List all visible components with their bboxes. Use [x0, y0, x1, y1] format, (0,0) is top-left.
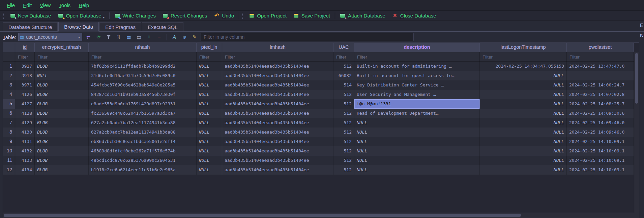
cell-nthash[interactable]: e8ade553d9b0cb1769f429d897c92931: [89, 99, 197, 109]
cell-id[interactable]: 4130: [15, 128, 35, 137]
cell-lmhash[interactable]: aad3b435b51404eeaad3b435b51404ee: [222, 90, 333, 99]
cell-lmhash[interactable]: aad3b435b51404eeaad3b435b51404ee: [222, 109, 333, 118]
row-number[interactable]: 10: [3, 146, 15, 156]
cell-nthash[interactable]: 7bf62b9c45112ffdadb7b6b4b9299dd2: [89, 62, 197, 71]
cell-UAC[interactable]: 512: [333, 137, 354, 146]
font-icon[interactable]: A: [170, 33, 178, 41]
cell-nthash[interactable]: 627a2cb0adc7ba12ea11174941b3da88: [89, 128, 197, 137]
dock-edge-label-top[interactable]: E: [640, 22, 643, 28]
cell-id[interactable]: 4133: [15, 156, 35, 165]
cell-lmhash[interactable]: aad3b435b51404eeaad3b435b51404ee: [222, 156, 333, 165]
cell-UAC[interactable]: 512: [333, 165, 354, 175]
cell-encrypted_nthash[interactable]: BLOB: [35, 137, 89, 146]
cell-description[interactable]: Head of Development Department…: [354, 109, 480, 118]
cell-lastLogonTimestamp[interactable]: NULL: [480, 156, 567, 165]
cell-lastLogonTimestamp[interactable]: NULL: [480, 118, 567, 128]
tab-edit-pragmas[interactable]: Edit Pragmas: [99, 22, 141, 31]
cell-pted_ln[interactable]: NULL: [197, 128, 222, 137]
filter-input-id[interactable]: [15, 52, 34, 62]
cell-description[interactable]: NULL: [354, 165, 480, 175]
cell-pted_ln[interactable]: NULL: [197, 90, 222, 99]
cell-lastLogonTimestamp[interactable]: NULL: [480, 146, 567, 156]
delete-record-icon[interactable]: −: [155, 33, 163, 41]
cell-id[interactable]: 3917: [15, 62, 35, 71]
dock-edge-label-bottom[interactable]: N: [640, 32, 644, 38]
cell-UAC[interactable]: 512: [333, 156, 354, 165]
cell-lmhash[interactable]: aad3b435b51404eeaad3b435b51404ee: [222, 128, 333, 137]
cell-nthash[interactable]: 84287cd16341b91eb93a58456b73e30f: [89, 90, 197, 99]
cell-pwdlastset[interactable]: 2024-02-25 13:47:47.0: [567, 62, 634, 71]
cell-lmhash[interactable]: aad3b435b51404eeaad3b435b51404ee: [222, 137, 333, 146]
cell-lmhash[interactable]: aad3b435b51404eeaad3b435b51404ee: [222, 118, 333, 128]
row-number[interactable]: 9: [3, 137, 15, 146]
filter-input-pwdlastset[interactable]: [567, 52, 634, 62]
cell-encrypted_nthash[interactable]: BLOB: [35, 80, 89, 90]
tab-database-structure[interactable]: Database Structure: [3, 22, 58, 31]
cell-description[interactable]: NULL: [354, 118, 480, 128]
cell-encrypted_nthash[interactable]: BLOB: [35, 146, 89, 156]
cell-encrypted_nthash[interactable]: NULL: [35, 71, 89, 80]
row-number[interactable]: 3: [3, 80, 15, 90]
cell-lmhash[interactable]: aad3b435b51404eeaad3b435b51404ee: [222, 146, 333, 156]
column-header-encrypted_nthash[interactable]: encrypted_nthash: [35, 43, 89, 52]
cell-UAC[interactable]: 512: [333, 90, 354, 99]
cell-UAC[interactable]: 512: [333, 118, 354, 128]
cell-pted_ln[interactable]: NULL: [197, 62, 222, 71]
column-header-description[interactable]: description: [354, 43, 480, 52]
filter-icon[interactable]: [105, 33, 113, 41]
cell-lmhash[interactable]: aad3b435b51404eeaad3b435b51404ee: [222, 99, 333, 109]
close-database-button[interactable]: × Close Database: [389, 11, 440, 21]
cell-pted_ln[interactable]: NULL: [197, 99, 222, 109]
global-filter-input[interactable]: [201, 33, 414, 41]
cell-id[interactable]: 3918: [15, 71, 35, 80]
row-number[interactable]: 8: [3, 128, 15, 137]
cell-description[interactable]: NULL: [354, 146, 480, 156]
cell-nthash[interactable]: 627a2cb0adc7ba12ea11174941b3da88: [89, 118, 197, 128]
cell-id[interactable]: 4134: [15, 165, 35, 175]
column-header-id[interactable]: id: [15, 43, 35, 52]
filter-input-UAC[interactable]: [333, 52, 354, 62]
print-icon[interactable]: ▤: [135, 33, 143, 41]
encoding-icon[interactable]: ⊕: [180, 33, 188, 41]
vertical-scrollbar-thumb[interactable]: [635, 53, 638, 104]
cell-pted_ln[interactable]: NULL: [197, 118, 222, 128]
menu-tools[interactable]: Tools: [55, 1, 74, 9]
cell-encrypted_nthash[interactable]: BLOB: [35, 99, 89, 109]
menu-view[interactable]: View: [36, 1, 54, 9]
cell-encrypted_nthash[interactable]: BLOB: [35, 156, 89, 165]
cell-nthash[interactable]: 48bcd1cdc870c6285376a990c2604531: [89, 156, 197, 165]
cell-UAC[interactable]: 66082: [333, 71, 354, 80]
cell-UAC[interactable]: 512: [333, 109, 354, 118]
cell-lastLogonTimestamp[interactable]: NULL: [480, 128, 567, 137]
cell-pwdlastset[interactable]: 2024-02-25 14:10:09.1: [567, 146, 634, 156]
horizontal-scrollbar-thumb[interactable]: [4, 214, 521, 217]
filter-input-lastLogonTimestamp[interactable]: [480, 52, 566, 62]
cell-pwdlastset[interactable]: 2024-02-25 14:08:25.7: [567, 99, 634, 109]
cell-pted_ln[interactable]: NULL: [197, 137, 222, 146]
row-number[interactable]: 2: [3, 71, 15, 80]
add-record-icon[interactable]: +: [145, 33, 153, 41]
edit-display-icon[interactable]: ✎: [191, 33, 199, 41]
cell-lastLogonTimestamp[interactable]: NULL: [480, 71, 567, 80]
cell-UAC[interactable]: 512: [333, 128, 354, 137]
column-header-UAC[interactable]: UAC: [333, 43, 354, 52]
filter-input-encrypted_nthash[interactable]: [35, 52, 88, 62]
cell-encrypted_nthash[interactable]: BLOB: [35, 165, 89, 175]
save-project-button[interactable]: Save Project: [290, 11, 333, 21]
attach-database-button[interactable]: Attach Database: [336, 11, 389, 21]
sort-icon[interactable]: ⇅: [115, 33, 123, 41]
cell-pwdlastset[interactable]: 2024-02-25 14:07:02.8: [567, 90, 634, 99]
cell-description[interactable]: Built-in account for guest access to…: [354, 71, 480, 80]
cell-description[interactable]: l@n_M@an!1331: [354, 99, 480, 109]
toolbar-handle[interactable]: [242, 13, 244, 19]
cell-description[interactable]: Built-in account for administering …: [354, 62, 480, 71]
swap-icon[interactable]: ⇄: [84, 33, 92, 41]
write-changes-button[interactable]: Write Changes: [111, 11, 159, 21]
cell-lmhash[interactable]: aad3b435b51404eeaad3b435b51404ee: [222, 62, 333, 71]
cell-encrypted_nthash[interactable]: BLOB: [35, 62, 89, 71]
cell-pwdlastset[interactable]: 2024-02-25 14:09:30.6: [567, 109, 634, 118]
row-number[interactable]: 5: [3, 99, 15, 109]
cell-pted_ln[interactable]: NULL: [197, 146, 222, 156]
row-number[interactable]: 6: [3, 109, 15, 118]
cell-pted_ln[interactable]: NULL: [197, 165, 222, 175]
